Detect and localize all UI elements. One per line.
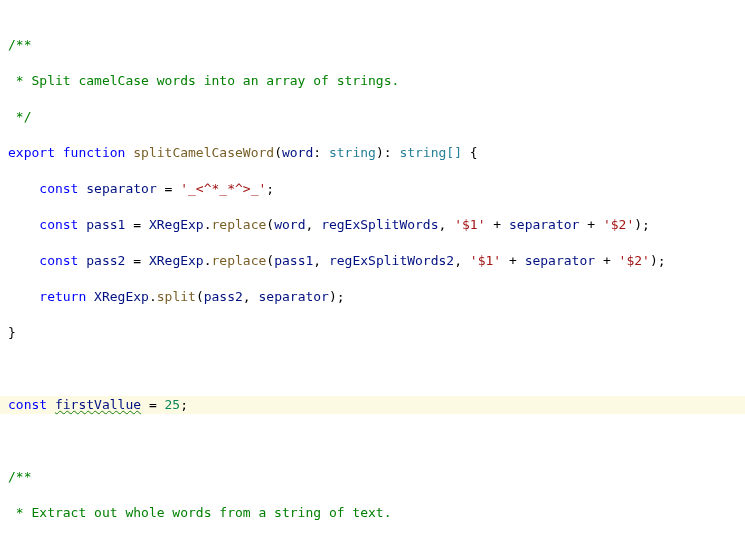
arg: regExSplitWords bbox=[321, 217, 438, 232]
number-literal: 25 bbox=[165, 397, 181, 412]
arg: word bbox=[274, 217, 305, 232]
string-literal: '$1' bbox=[470, 253, 501, 268]
code-line: * Extract out whole words from a string … bbox=[0, 504, 745, 522]
code-line-highlighted: const firstVallue = 25; bbox=[0, 396, 745, 414]
keyword-function: function bbox=[63, 145, 126, 160]
code-line: */ bbox=[0, 108, 745, 126]
keyword-const: const bbox=[39, 181, 78, 196]
identifier: XRegExp bbox=[94, 289, 149, 304]
param-name: word bbox=[282, 145, 313, 160]
fn-name: splitCamelCaseWord bbox=[133, 145, 274, 160]
method-name: replace bbox=[212, 217, 267, 232]
return-type: string[] bbox=[399, 145, 462, 160]
type-annotation: string bbox=[329, 145, 376, 160]
blank-line bbox=[0, 360, 745, 378]
var-name: pass2 bbox=[86, 253, 125, 268]
comment-open: /** bbox=[8, 37, 31, 52]
string-literal: '$2' bbox=[603, 217, 634, 232]
comment-close: */ bbox=[8, 109, 31, 124]
keyword-const: const bbox=[39, 217, 78, 232]
code-line: const pass1 = XRegExp.replace(word, regE… bbox=[0, 216, 745, 234]
arg: separator bbox=[525, 253, 595, 268]
code-line: * Split camelCase words into an array of… bbox=[0, 72, 745, 90]
code-line: const separator = '_<^*_*^>_'; bbox=[0, 180, 745, 198]
var-name: pass1 bbox=[86, 217, 125, 232]
method-name: replace bbox=[212, 253, 267, 268]
string-literal: '$1' bbox=[454, 217, 485, 232]
keyword-return: return bbox=[39, 289, 86, 304]
code-editor[interactable]: /** * Split camelCase words into an arra… bbox=[0, 0, 745, 539]
code-line: /** bbox=[0, 468, 745, 486]
code-line: const pass2 = XRegExp.replace(pass1, reg… bbox=[0, 252, 745, 270]
arg: pass1 bbox=[274, 253, 313, 268]
code-line: /** bbox=[0, 36, 745, 54]
blank-line bbox=[0, 432, 745, 450]
arg: regExSplitWords2 bbox=[329, 253, 454, 268]
comment-open: /** bbox=[8, 469, 31, 484]
code-line: } bbox=[0, 324, 745, 342]
comment-text: * Split camelCase words into an array of… bbox=[8, 73, 399, 88]
identifier: XRegExp bbox=[149, 253, 204, 268]
string-literal: '_<^*_*^>_' bbox=[180, 181, 266, 196]
keyword-export: export bbox=[8, 145, 55, 160]
identifier: XRegExp bbox=[149, 217, 204, 232]
var-name: separator bbox=[86, 181, 156, 196]
code-line: export function splitCamelCaseWord(word:… bbox=[0, 144, 745, 162]
arg: separator bbox=[259, 289, 329, 304]
keyword-const: const bbox=[8, 397, 47, 412]
comment-text: * Extract out whole words from a string … bbox=[8, 505, 392, 520]
arg: separator bbox=[509, 217, 579, 232]
keyword-const: const bbox=[39, 253, 78, 268]
method-name: split bbox=[157, 289, 196, 304]
var-name-linted: firstVallue bbox=[55, 397, 141, 412]
arg: pass2 bbox=[204, 289, 243, 304]
code-line: return XRegExp.split(pass2, separator); bbox=[0, 288, 745, 306]
string-literal: '$2' bbox=[619, 253, 650, 268]
